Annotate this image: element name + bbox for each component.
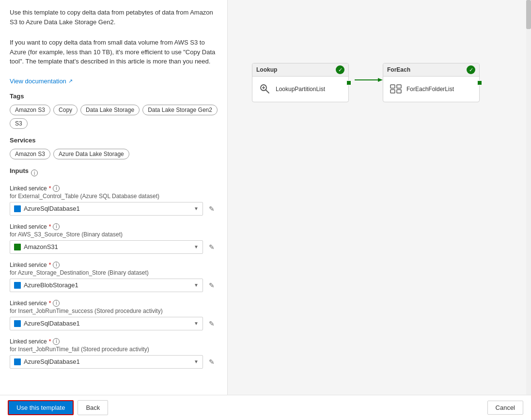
tag-amazon-s3: Amazon S3 (10, 105, 50, 115)
inputs-section: Inputs i Linked service * i for External… (10, 167, 218, 369)
lookup-node[interactable]: Lookup ✓ LookupPartitionList (252, 63, 349, 102)
inputs-header: Inputs i (10, 167, 218, 179)
input-label-5: Linked service * i (10, 338, 218, 345)
right-panel-scrollbar[interactable] (526, 0, 531, 395)
description-text2: If you want to copy delta data from smal… (10, 38, 218, 66)
db-icon-3 (14, 282, 21, 289)
foreach-node[interactable]: ForEach ✓ ForEachFolderList (383, 63, 480, 102)
tags-section: Tags Amazon S3 Copy Data Lake Storage Da… (10, 93, 218, 129)
select-box-4[interactable]: AzureSqlDatabase1 ▼ (10, 317, 203, 330)
svg-rect-7 (390, 90, 395, 93)
inputs-info-icon[interactable]: i (31, 170, 38, 176)
footer-left: Use this template Back (8, 400, 108, 415)
input-info-icon-3[interactable]: i (53, 262, 60, 268)
input-label-3: Linked service * i (10, 262, 218, 268)
input-label-1: Linked service * i (10, 185, 218, 192)
external-link-icon: ↗ (68, 78, 73, 84)
lookup-success-badge: ✓ (336, 65, 344, 74)
svg-rect-8 (397, 85, 401, 88)
inputs-title: Inputs (10, 167, 29, 174)
service-azure-data-lake: Azure Data Lake Storage (53, 149, 129, 159)
svg-rect-6 (390, 85, 395, 88)
foreach-right-connector (477, 80, 482, 85)
select-row-4: AzureSqlDatabase1 ▼ ✎ (10, 317, 218, 330)
arrow-connector (355, 75, 384, 85)
select-row-1: AzureSqlDatabase1 ▼ ✎ (10, 202, 218, 216)
description-text1: Use this template to copy delta data fro… (10, 8, 218, 27)
input-label-2: Linked service * i (10, 223, 218, 230)
input-group-4: Linked service * i for Insert_JobRunTime… (10, 300, 218, 330)
left-panel: Use this template to copy delta data fro… (0, 0, 228, 395)
view-documentation-link[interactable]: View documentation ↗ (10, 78, 73, 85)
lookup-node-header: Lookup ✓ (252, 63, 348, 77)
back-button[interactable]: Back (78, 400, 108, 415)
lookup-node-body: LookupPartitionList (252, 77, 348, 102)
chevron-down-icon-2: ▼ (194, 244, 199, 249)
right-panel: Lookup ✓ LookupPartitionList (228, 0, 531, 395)
chevron-down-icon-5: ▼ (194, 359, 199, 364)
input-sublabel-1: for External_Control_Table (Azure SQL Da… (10, 193, 218, 200)
select-box-5[interactable]: AzureSqlDatabase1 ▼ (10, 355, 203, 369)
edit-button-5[interactable]: ✎ (206, 356, 218, 368)
foreach-activity-name: ForEachFolderList (406, 86, 454, 93)
cancel-button[interactable]: Cancel (487, 401, 523, 415)
input-info-icon-5[interactable]: i (53, 338, 60, 345)
footer: Use this template Back Cancel (0, 395, 531, 420)
pipeline-canvas: Lookup ✓ LookupPartitionList (228, 0, 531, 395)
tag-data-lake-storage-gen2: Data Lake Storage Gen2 (142, 105, 218, 115)
tag-s3: S3 (10, 118, 28, 129)
input-sublabel-3: for Azure_Storage_Destination_Store (Bin… (10, 269, 218, 276)
input-sublabel-4: for Insert_JobRunTime_success (Stored pr… (10, 308, 218, 314)
db-icon-4 (14, 320, 21, 327)
lookup-right-connector (346, 80, 351, 85)
foreach-node-header: ForEach ✓ (383, 63, 479, 77)
input-info-icon-1[interactable]: i (53, 185, 60, 192)
edit-button-3[interactable]: ✎ (206, 280, 218, 291)
use-template-button[interactable]: Use this template (8, 400, 74, 415)
svg-marker-5 (378, 78, 383, 82)
svg-rect-9 (397, 90, 401, 93)
green-icon-2 (14, 244, 21, 250)
input-info-icon-2[interactable]: i (53, 223, 60, 230)
foreach-node-body: ForEachFolderList (383, 77, 479, 102)
foreach-title: ForEach (387, 66, 410, 73)
foreach-success-badge: ✓ (467, 65, 475, 74)
input-sublabel-2: for AWS_S3_Source_Store (Binary dataset) (10, 231, 218, 238)
lookup-activity-icon (258, 82, 272, 96)
input-group-5: Linked service * i for Insert_JobRunTime… (10, 338, 218, 369)
input-label-4: Linked service * i (10, 300, 218, 307)
edit-button-4[interactable]: ✎ (206, 318, 218, 329)
scrollbar-thumb[interactable] (526, 0, 531, 29)
input-group-2: Linked service * i for AWS_S3_Source_Sto… (10, 223, 218, 254)
svg-line-1 (266, 90, 269, 93)
tag-copy: Copy (53, 105, 78, 115)
select-row-3: AzureBlobStorage1 ▼ ✎ (10, 279, 218, 292)
input-group-3: Linked service * i for Azure_Storage_Des… (10, 262, 218, 292)
lookup-activity-name: LookupPartitionList (276, 86, 325, 93)
services-row: Amazon S3 Azure Data Lake Storage (10, 149, 218, 159)
service-amazon-s3: Amazon S3 (10, 149, 50, 159)
tag-data-lake-storage: Data Lake Storage (80, 105, 140, 115)
lookup-title: Lookup (256, 66, 277, 73)
select-row-5: AzureSqlDatabase1 ▼ ✎ (10, 355, 218, 369)
db-icon-5 (14, 358, 21, 365)
edit-button-1[interactable]: ✎ (206, 203, 218, 215)
input-sublabel-5: for Insert_JobRunTime_fail (Stored proce… (10, 346, 218, 353)
select-box-3[interactable]: AzureBlobStorage1 ▼ (10, 279, 203, 292)
select-row-2: AmazonS31 ▼ ✎ (10, 240, 218, 254)
services-section: Services Amazon S3 Azure Data Lake Stora… (10, 137, 218, 159)
input-group-1: Linked service * i for External_Control_… (10, 185, 218, 216)
services-title: Services (10, 137, 218, 144)
input-info-icon-4[interactable]: i (53, 300, 60, 307)
chevron-down-icon-1: ▼ (194, 206, 199, 211)
foreach-activity-icon (389, 82, 403, 96)
select-box-1[interactable]: AzureSqlDatabase1 ▼ (10, 202, 203, 216)
tags-title: Tags (10, 93, 218, 100)
db-icon-1 (14, 205, 21, 212)
chevron-down-icon-3: ▼ (194, 282, 199, 288)
edit-button-2[interactable]: ✎ (206, 241, 218, 253)
chevron-down-icon-4: ▼ (194, 321, 199, 326)
tags-row: Amazon S3 Copy Data Lake Storage Data La… (10, 105, 218, 129)
select-box-2[interactable]: AmazonS31 ▼ (10, 240, 203, 254)
